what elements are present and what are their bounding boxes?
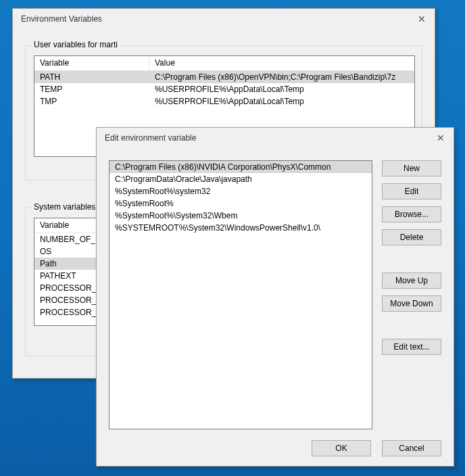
titlebar: Environment Variables ✕ — [13, 9, 435, 29]
cell-value: %USERPROFILE%\AppData\Local\Temp — [149, 96, 414, 107]
table-header: Variable Value — [34, 56, 414, 71]
delete-button[interactable]: Delete — [382, 229, 441, 245]
cell-value: C:\Program Files (x86)\OpenVPN\bin;C:\Pr… — [149, 72, 414, 82]
dialog-title: Edit environment variable — [105, 133, 428, 143]
dialog-title: Environment Variables — [21, 14, 409, 24]
edit-text-button[interactable]: Edit text... — [382, 339, 441, 355]
list-item[interactable]: %SystemRoot%\System32\Wbem — [109, 210, 372, 222]
path-entries-listbox[interactable]: C:\Program Files (x86)\NVIDIA Corporatio… — [109, 160, 372, 429]
cancel-button[interactable]: Cancel — [382, 440, 441, 456]
table-row[interactable]: PATHC:\Program Files (x86)\OpenVPN\bin;C… — [34, 71, 414, 83]
cell-value: %USERPROFILE%\AppData\Local\Temp — [149, 84, 414, 95]
close-icon[interactable]: ✕ — [428, 128, 454, 148]
list-item[interactable]: C:\ProgramData\Oracle\Java\javapath — [109, 173, 372, 185]
list-item[interactable]: C:\Program Files (x86)\NVIDIA Corporatio… — [109, 161, 372, 173]
system-vars-label: System variables — [31, 202, 98, 212]
new-button[interactable]: New — [382, 160, 441, 176]
cell-variable: PATH — [34, 72, 149, 82]
col-variable[interactable]: Variable — [34, 56, 149, 70]
table-row[interactable]: TMP%USERPROFILE%\AppData\Local\Temp — [34, 95, 414, 108]
edit-env-var-dialog: Edit environment variable ✕ C:\Program F… — [96, 127, 454, 467]
close-icon[interactable]: ✕ — [409, 9, 435, 29]
move-up-button[interactable]: Move Up — [382, 272, 441, 289]
user-vars-label: User variables for marti — [31, 40, 120, 49]
ok-button[interactable]: OK — [312, 440, 371, 456]
cell-variable: TEMP — [34, 84, 149, 95]
cell-variable: TMP — [34, 96, 149, 107]
list-item[interactable]: %SystemRoot%\system32 — [109, 185, 372, 197]
table-row[interactable]: TEMP%USERPROFILE%\AppData\Local\Temp — [34, 83, 414, 95]
list-item[interactable]: %SYSTEMROOT%\System32\WindowsPowerShell\… — [109, 222, 372, 234]
list-item[interactable]: %SystemRoot% — [109, 197, 372, 210]
titlebar: Edit environment variable ✕ — [97, 128, 454, 148]
move-down-button[interactable]: Move Down — [382, 295, 441, 312]
edit-button[interactable]: Edit — [382, 183, 441, 199]
browse-button[interactable]: Browse... — [382, 206, 441, 222]
col-value[interactable]: Value — [149, 56, 414, 70]
